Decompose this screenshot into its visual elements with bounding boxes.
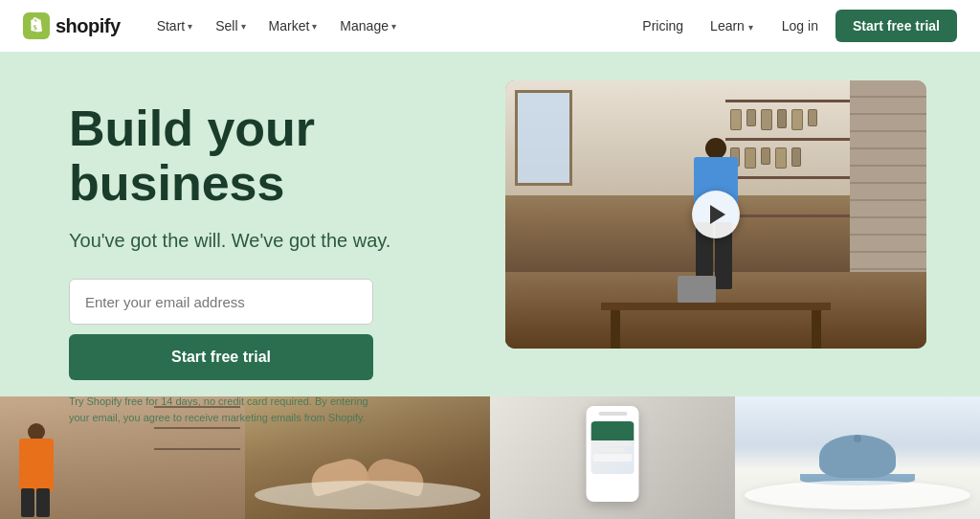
phone	[587, 406, 639, 502]
hero-subtitle: You've got the will. We've got the way.	[69, 230, 390, 252]
navbar: shopify Start ▾ Sell ▾ Market ▾ Manage ▾…	[0, 0, 980, 52]
nav-item-sell[interactable]: Sell ▾	[206, 12, 255, 39]
login-button[interactable]: Log in	[768, 12, 832, 39]
thumbnail-3[interactable]	[490, 396, 735, 519]
logo-text: shopify	[56, 15, 121, 37]
email-input[interactable]	[69, 279, 373, 325]
navbar-left: shopify Start ▾ Sell ▾ Market ▾ Manage ▾	[23, 12, 406, 39]
nav-item-manage[interactable]: Manage ▾	[330, 12, 406, 39]
hat	[800, 433, 915, 485]
chevron-down-icon: ▾	[748, 22, 753, 33]
play-icon	[710, 205, 725, 224]
play-button[interactable]	[692, 191, 740, 238]
shelf-row-2	[730, 147, 801, 169]
window	[515, 90, 572, 186]
hero-section: Build your business You've got the will.…	[0, 52, 980, 519]
chevron-down-icon: ▾	[241, 21, 246, 32]
dough	[255, 481, 480, 509]
nav-links: Start ▾ Sell ▾ Market ▾ Manage ▾	[147, 12, 406, 39]
chevron-down-icon: ▾	[391, 21, 396, 32]
shopify-logo-icon	[23, 12, 50, 39]
nav-item-learn[interactable]: Learn ▾	[699, 12, 765, 39]
logo-link[interactable]: shopify	[23, 12, 121, 39]
disclaimer-text: Try Shopify free for 14 days, no credit …	[69, 394, 373, 425]
hero-trial-button[interactable]: Start free trial	[69, 334, 373, 380]
chevron-down-icon: ▾	[188, 21, 192, 32]
shelf-row-1	[730, 109, 817, 130]
laptop	[678, 276, 716, 303]
table-top	[601, 303, 831, 310]
nav-trial-button[interactable]: Start free trial	[835, 10, 957, 42]
nav-item-start[interactable]: Start ▾	[147, 12, 203, 39]
hero-title: Build your business	[69, 102, 390, 211]
nav-item-pricing[interactable]: Pricing	[631, 12, 695, 39]
thumb1-person	[17, 423, 56, 519]
shelf-unit	[725, 100, 850, 272]
hero-content: Build your business You've got the will.…	[0, 52, 390, 425]
chevron-down-icon: ▾	[312, 21, 317, 32]
navbar-right: Pricing Learn ▾ Log in Start free trial	[631, 10, 957, 42]
nav-item-market[interactable]: Market ▾	[259, 12, 327, 39]
table-leg-left	[611, 310, 620, 349]
thumbnail-4[interactable]	[735, 396, 980, 519]
plate	[745, 481, 970, 509]
table-leg-right	[812, 310, 821, 349]
hero-video-thumbnail[interactable]	[505, 80, 926, 349]
